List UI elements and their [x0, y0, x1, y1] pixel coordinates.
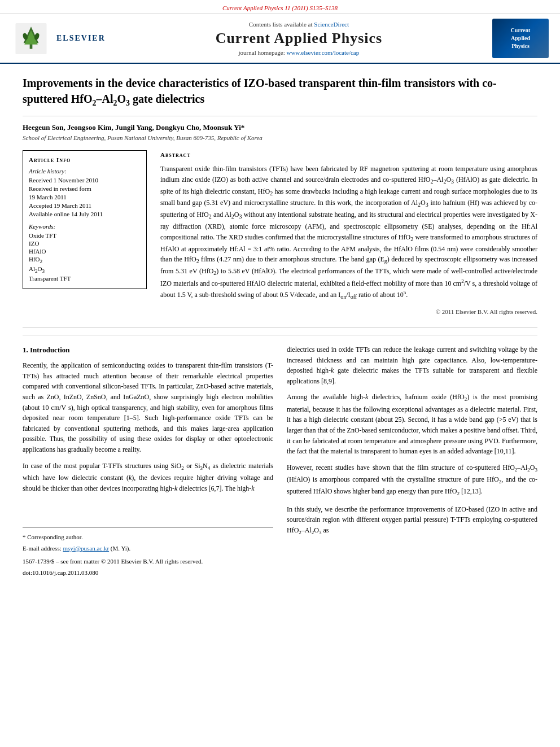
banner-center: Contents lists available at ScienceDirec…: [106, 21, 492, 56]
received-date: Received 1 November 2010: [29, 177, 141, 184]
article-info-box: Article Info Article history: Received 1…: [23, 150, 147, 317]
footnote-section: * Corresponding author. E-mail address: …: [23, 527, 273, 578]
body-right-col: dielectrics used in oxide TFTs can reduc…: [287, 344, 537, 579]
keyword-2: IZO: [29, 240, 141, 247]
copyright-line: © 2011 Elsevier B.V. All rights reserved…: [160, 307, 537, 317]
homepage-url[interactable]: www.elsevier.com/locate/cap: [286, 49, 359, 56]
contents-available-line: Contents lists available at ScienceDirec…: [106, 21, 492, 28]
article-title: Improvements in the device characteristi…: [23, 75, 537, 116]
article-info-panel: Article Info Article history: Received 1…: [23, 150, 147, 289]
section-divider: [23, 327, 537, 328]
elsevier-wordmark: ELSEVIER: [56, 34, 106, 43]
right-paragraph-1: dielectrics used in oxide TFTs can reduc…: [287, 344, 537, 386]
article-info-label: Article Info: [29, 156, 141, 163]
right-paragraph-2: Among the available high-k dielectrics, …: [287, 392, 537, 456]
keyword-3: HfAlO: [29, 248, 141, 255]
article-info-abstract-row: Article Info Article history: Received 1…: [23, 150, 537, 317]
keyword-1: Oxide TFT: [29, 232, 141, 239]
body-two-col: 1. Introduction Recently, the applicatio…: [23, 344, 537, 579]
keyword-4: HfO2: [29, 256, 141, 264]
abstract-text: Transparent oxide thin-film transistors …: [160, 164, 537, 302]
authors-line: Heegeun Son, Jeongsoo Kim, Jungil Yang, …: [23, 123, 537, 132]
banner: ELSEVIER Contents lists available at Sci…: [0, 14, 560, 64]
journal-logo-box: Current Applied Physics: [492, 19, 549, 58]
keyword-5: Al2O3: [29, 265, 141, 274]
keywords-section: Keywords: Oxide TFT IZO HfAlO HfO2 Al2O3…: [29, 223, 141, 282]
keywords-label: Keywords:: [29, 223, 141, 230]
revised-label: Received in revised form: [29, 185, 141, 192]
journal-title: Current Applied Physics: [106, 30, 492, 47]
email-line: E-mail address: msyi@pusan.ac.kr (M. Yi)…: [23, 544, 273, 553]
right-paragraph-4: In this study, we describe the performan…: [287, 504, 537, 538]
affiliation-line: School of Electrical Engineering, Pusan …: [23, 134, 537, 141]
intro-paragraph-2: In case of the most popular T-TFTs struc…: [23, 461, 273, 494]
corresponding-note: * Corresponding author.: [23, 532, 273, 542]
intro-heading: 1. Introduction: [23, 344, 273, 356]
abstract-label: Abstract: [160, 150, 537, 160]
issn-line: 1567-1739/$ – see front matter © 2011 El…: [23, 557, 273, 566]
homepage-line: journal homepage: www.elsevier.com/locat…: [106, 49, 492, 56]
body-left-col: 1. Introduction Recently, the applicatio…: [23, 344, 273, 579]
elsevier-logo-icon: [11, 23, 51, 54]
abstract-section: Abstract Transparent oxide thin-film tra…: [160, 150, 537, 317]
banner-left: ELSEVIER: [11, 23, 106, 54]
available-online: Available online 14 July 2011: [29, 211, 141, 217]
sciencedirect-link[interactable]: ScienceDirect: [314, 21, 349, 28]
journal-ref: Current Applied Physics 11 (2011) S135–S…: [222, 5, 338, 11]
email-link[interactable]: msyi@pusan.ac.kr: [63, 545, 109, 552]
right-paragraph-3: However, recent studies have shown that …: [287, 462, 537, 499]
main-content: Improvements in the device characteristi…: [0, 64, 560, 591]
intro-paragraph-1: Recently, the application of semiconduct…: [23, 360, 273, 455]
body-content: 1. Introduction Recently, the applicatio…: [23, 335, 537, 579]
keyword-6: Transparent TFT: [29, 275, 141, 282]
journal-header-bar: Current Applied Physics 11 (2011) S135–S…: [0, 0, 560, 14]
revised-date: 19 March 2011: [29, 194, 141, 200]
doi-line: doi:10.1016/j.cap.2011.03.080: [23, 568, 273, 578]
history-label: Article history:: [29, 168, 141, 174]
accepted-date: Accepted 19 March 2011: [29, 202, 141, 209]
